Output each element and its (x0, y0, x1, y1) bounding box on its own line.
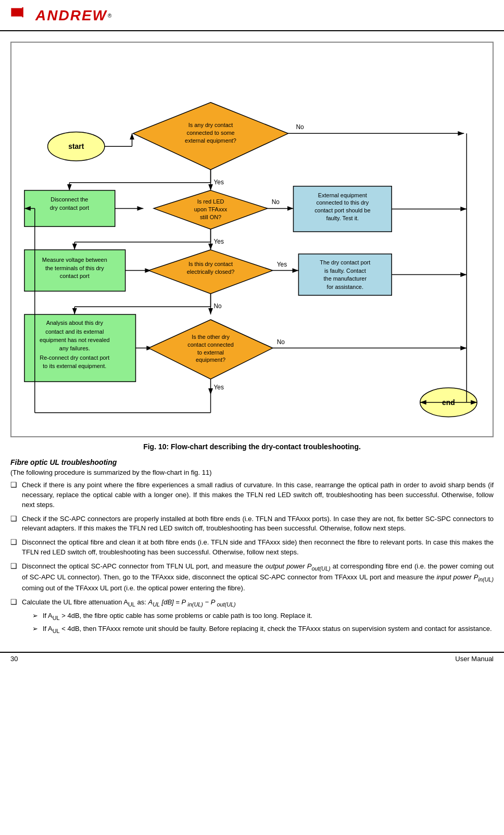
sub-bullet-text-1: If AUL > 4dB, the fibre optic cable has … (43, 611, 312, 622)
svg-text:still ON?: still ON? (200, 214, 221, 220)
svg-text:Yes: Yes (213, 238, 223, 245)
svg-text:electrically closed?: electrically closed? (187, 269, 235, 275)
svg-text:The dry contact port: The dry contact port (320, 259, 370, 265)
svg-text:Is any dry contact: Is any dry contact (188, 122, 233, 128)
list-item: ❑ Check if the SC-APC connectors are pro… (10, 514, 494, 534)
svg-text:Re-connect dry contact port: Re-connect dry contact port (40, 355, 109, 361)
page-footer: 30 User Manual (0, 652, 504, 665)
svg-text:Yes: Yes (277, 261, 287, 268)
andrew-logo-icon (10, 5, 31, 26)
section-title: Fibre optic UL troubleshooting (10, 458, 494, 466)
svg-text:is faulty. Contact: is faulty. Contact (324, 268, 366, 274)
svg-text:contact connected: contact connected (187, 341, 234, 348)
formula-span: AUL [dB] = P in(UL) − P out(UL) (148, 598, 235, 606)
flowchart-svg: start Is any dry contact connected to so… (19, 50, 485, 428)
svg-text:the manufacturer: the manufacturer (324, 275, 367, 282)
svg-text:to its external equipment.: to its external equipment. (43, 363, 106, 369)
svg-text:Is red LED: Is red LED (197, 198, 224, 205)
bullet-text-2: Check if the SC-APC connectors are prope… (22, 514, 494, 534)
bullet-icon-5: ❑ (10, 598, 20, 606)
sub-2: in(UL) (478, 576, 494, 583)
svg-text:contact port: contact port (60, 273, 90, 280)
list-item: ❑ Disconnect the optical SC-APC connecto… (10, 562, 494, 593)
list-item: ❑ Disconnect the optical fibre and clean… (10, 538, 494, 558)
sub-ul-3: UL (53, 614, 60, 621)
svg-text:any failures.: any failures. (59, 345, 90, 351)
svg-text:Analysis  about  this  dry: Analysis about this dry (46, 320, 104, 326)
bullet-icon-3: ❑ (10, 538, 20, 546)
svg-text:external equipment?: external equipment? (185, 137, 236, 144)
sub-outul: out(UL) (217, 601, 235, 608)
bullet-list: ❑ Check if there is any point where the … (10, 480, 494, 637)
sub-1: out(UL) (311, 565, 330, 572)
italic-span-2: input power Pin(UL) (436, 573, 494, 581)
bullet-icon-1: ❑ (10, 480, 20, 489)
sub-inul: in(UL) (187, 601, 203, 608)
svg-text:the terminals of this dry: the terminals of this dry (45, 265, 104, 271)
sub-list-item: ➢ If AUL < 4dB, then TFAxxx remote unit … (32, 624, 494, 635)
svg-text:No: No (296, 123, 304, 131)
svg-text:No: No (272, 198, 280, 206)
svg-text:Measure voltage between: Measure voltage between (42, 257, 107, 263)
svg-rect-2 (22, 7, 23, 17)
svg-text:No: No (213, 302, 222, 310)
svg-text:dry contact port: dry contact port (50, 205, 89, 211)
svg-text:to external: to external (197, 349, 224, 356)
svg-text:Disconnect the: Disconnect the (51, 196, 88, 203)
svg-text:connected to some: connected to some (186, 130, 234, 136)
svg-text:equipment?: equipment? (196, 357, 225, 363)
svg-text:start: start (68, 142, 84, 150)
sub-ul-1: UL (128, 601, 135, 608)
figure-caption: Fig. 10: Flow-chart describing the dry-c… (10, 442, 494, 451)
svg-text:Is this dry contact: Is this dry contact (188, 261, 233, 267)
sub-bullet-text-2: If AUL < 4dB, then TFAxxx remote unit sh… (43, 624, 492, 635)
footer-document-title: User Manual (455, 655, 494, 663)
sub-bullet-list: ➢ If AUL > 4dB, the fibre optic cable ha… (22, 611, 494, 636)
sub-list-item: ➢ If AUL > 4dB, the fibre optic cable ha… (32, 611, 494, 622)
svg-text:Yes: Yes (213, 179, 223, 186)
bullet-text-1: Check if there is any point where the fi… (22, 480, 494, 510)
company-name: ANDREW (35, 7, 107, 24)
svg-text:connected to this dry: connected to this dry (317, 199, 369, 206)
bullet-text-5: Calculate the UL fibre attenuation AUL a… (22, 598, 494, 637)
arrow-bullet-1: ➢ (32, 611, 41, 621)
bullet-text-3: Disconnect the optical fibre and clean i… (22, 538, 494, 558)
italic-span-1: output power Pout(UL) (266, 562, 331, 570)
svg-text:External    equipment: External equipment (318, 192, 367, 198)
svg-text:for assistance.: for assistance. (327, 284, 363, 290)
bullet-icon-2: ❑ (10, 514, 20, 523)
svg-text:Yes: Yes (213, 384, 223, 391)
list-item: ❑ Calculate the UL fibre attenuation AUL… (10, 598, 494, 637)
svg-text:faulty. Test it.: faulty. Test it. (326, 215, 359, 221)
svg-text:Is the other dry: Is the other dry (192, 334, 230, 340)
svg-text:No: No (277, 338, 285, 346)
logo-container: ANDREW ® (10, 5, 111, 26)
svg-text:contact  and  its  external: contact and its external (45, 328, 104, 335)
sub-ul-4: UL (53, 627, 60, 634)
arrow-bullet-2: ➢ (32, 624, 41, 634)
section-subtitle: (The following procedure is summarized b… (10, 469, 494, 476)
svg-text:equipment has not revealed: equipment has not revealed (40, 337, 110, 343)
footer-page-number: 30 (10, 655, 18, 663)
bullet-text-4: Disconnect the optical SC-APC connector … (22, 562, 494, 593)
bullet-icon-4: ❑ (10, 562, 20, 570)
svg-text:contact port should be: contact port should be (314, 207, 370, 213)
svg-text:upon TFAxxx: upon TFAxxx (194, 206, 228, 212)
registered-mark: ® (108, 13, 111, 19)
list-item: ❑ Check if there is any point where the … (10, 480, 494, 510)
main-content: start Is any dry contact connected to so… (0, 31, 504, 647)
sub-ul-2: UL (153, 601, 160, 608)
page-header: ANDREW ® (0, 0, 504, 31)
flowchart-container: start Is any dry contact connected to so… (10, 42, 494, 437)
